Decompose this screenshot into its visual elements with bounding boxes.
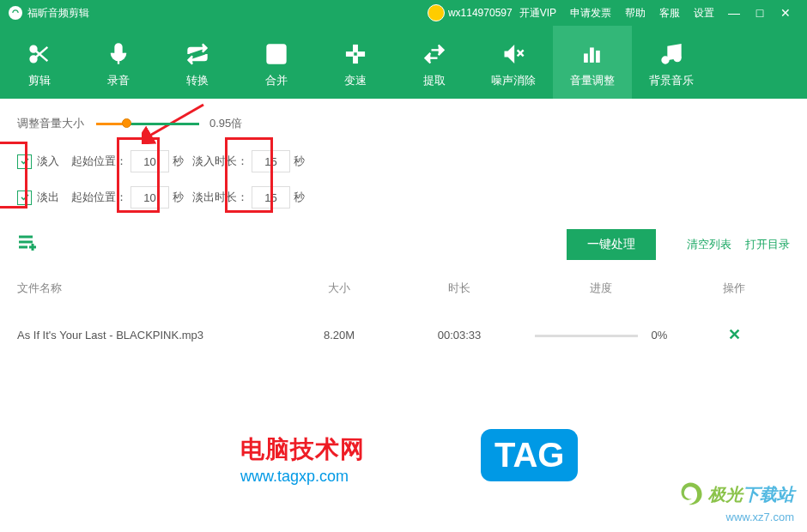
site1-url: www.tagxp.com [240, 468, 365, 486]
col-operation-header: 操作 [678, 281, 790, 296]
svg-point-18 [675, 55, 681, 61]
table-header: 文件名称 大小 时长 进度 操作 [0, 269, 807, 308]
service-link[interactable]: 客服 [659, 6, 680, 21]
len-label: 淡出时长： [192, 190, 248, 205]
watermark-site1: 电脑技术网 www.tagxp.com [240, 433, 365, 486]
svg-point-1 [31, 56, 37, 62]
tool-clip[interactable]: 剪辑 [0, 26, 79, 99]
unit: 秒 [173, 154, 184, 169]
process-button[interactable]: 一键处理 [567, 229, 656, 260]
svg-rect-11 [357, 51, 364, 56]
table-row[interactable]: As If It's Your Last - BLACKPINK.mp3 8.2… [0, 308, 807, 361]
watermark-site2: 极光下载站 www.xz7.com [676, 480, 794, 523]
tool-label: 提取 [423, 73, 446, 88]
tool-label: 剪辑 [28, 73, 51, 88]
user-avatar[interactable] [428, 4, 445, 21]
svg-point-0 [31, 45, 37, 51]
tool-label: 背景音乐 [649, 73, 694, 88]
volume-row: 调整音量大小 0.95倍 [17, 116, 790, 131]
fade-out-label: 淡出 [37, 190, 66, 205]
delete-button[interactable]: ✕ [728, 326, 741, 343]
speed-icon [343, 37, 367, 71]
cell-name: As If It's Your Last - BLACKPINK.mp3 [17, 329, 283, 342]
invoice-link[interactable]: 申请发票 [570, 6, 611, 21]
add-file-button[interactable] [17, 233, 38, 256]
col-duration-header: 时长 [395, 281, 524, 296]
minimize-button[interactable]: — [721, 6, 747, 20]
app-title: 福昕音频剪辑 [27, 6, 89, 21]
fade-out-len-input[interactable] [252, 186, 290, 209]
merge-icon [264, 37, 288, 71]
svg-rect-14 [585, 54, 588, 62]
col-size-header: 大小 [283, 281, 395, 296]
cell-size: 8.20M [283, 329, 395, 342]
tool-volume[interactable]: 音量调整 [553, 26, 632, 99]
svg-rect-15 [591, 48, 594, 62]
tool-label: 噪声消除 [491, 73, 536, 88]
denoise-icon [501, 37, 525, 71]
fade-out-start-input[interactable] [130, 186, 169, 209]
help-link[interactable]: 帮助 [625, 6, 646, 21]
fade-out-checkbox[interactable] [17, 190, 32, 205]
volume-value: 0.95倍 [209, 116, 242, 131]
tool-speed[interactable]: 变速 [316, 26, 395, 99]
start-label: 起始位置： [71, 154, 127, 169]
swirl-icon [676, 480, 705, 509]
tool-label: 转换 [186, 73, 209, 88]
svg-rect-9 [354, 56, 358, 63]
maximize-button[interactable]: □ [747, 6, 773, 20]
svg-rect-7 [271, 49, 277, 55]
scissors-icon [27, 37, 52, 71]
open-dir-link[interactable]: 打开目录 [745, 237, 790, 252]
progress-value: 0% [651, 329, 667, 342]
tool-merge[interactable]: 合并 [237, 26, 316, 99]
tool-bgmusic[interactable]: 背景音乐 [632, 26, 711, 99]
volume-label: 调整音量大小 [17, 116, 84, 131]
tool-convert[interactable]: 转换 [158, 26, 237, 99]
fade-in-checkbox[interactable] [17, 154, 32, 169]
main-toolbar: 剪辑 录音 转换 合并 变速 提取 噪声消除 音量调整 背景音乐 [0, 26, 807, 99]
tool-denoise[interactable]: 噪声消除 [474, 26, 553, 99]
clear-list-link[interactable]: 清空列表 [687, 237, 731, 252]
tag-badge: TAG [481, 429, 578, 481]
unit: 秒 [294, 190, 305, 205]
action-row: 一键处理 清空列表 打开目录 [0, 229, 807, 269]
titlebar: 福昕音频剪辑 wx114970597 开通VIP 申请发票 帮助 客服 设置 —… [0, 0, 807, 26]
fade-out-row: 淡出 起始位置： 秒 淡出时长： 秒 [17, 184, 790, 210]
unit: 秒 [173, 190, 184, 205]
cell-progress: 0% [524, 329, 678, 342]
extract-icon [422, 37, 446, 71]
site2-part1: 极光 [708, 485, 743, 504]
convert-icon [185, 37, 209, 71]
tool-label: 变速 [344, 73, 367, 88]
unit: 秒 [294, 154, 305, 169]
site2-url: www.xz7.com [676, 511, 794, 523]
app-logo [9, 6, 22, 20]
col-name-header: 文件名称 [17, 281, 283, 296]
cell-operation: ✕ [678, 325, 790, 344]
tool-extract[interactable]: 提取 [395, 26, 474, 99]
tool-label: 录音 [107, 73, 130, 88]
close-button[interactable]: ✕ [773, 6, 798, 20]
bgmusic-icon [659, 37, 683, 71]
fade-in-len-input[interactable] [252, 150, 290, 172]
svg-point-17 [663, 57, 669, 63]
tool-record[interactable]: 录音 [79, 26, 158, 99]
svg-rect-8 [354, 45, 358, 51]
svg-rect-16 [597, 51, 600, 62]
fade-in-label: 淡入 [37, 154, 66, 169]
mic-icon [106, 37, 130, 71]
len-label: 淡入时长： [192, 154, 248, 169]
site1-name: 电脑技术网 [240, 433, 365, 466]
volume-icon [580, 37, 604, 71]
tool-label: 合并 [265, 73, 288, 88]
volume-slider[interactable] [96, 122, 199, 125]
col-progress-header: 进度 [524, 281, 678, 296]
progress-bar [535, 335, 638, 337]
fade-in-start-input[interactable] [130, 150, 169, 172]
username[interactable]: wx114970597 [448, 7, 513, 19]
svg-rect-10 [347, 51, 354, 56]
vip-link[interactable]: 开通VIP [519, 6, 556, 21]
fade-in-row: 淡入 起始位置： 秒 淡入时长： 秒 [17, 148, 790, 174]
settings-link[interactable]: 设置 [694, 6, 714, 21]
